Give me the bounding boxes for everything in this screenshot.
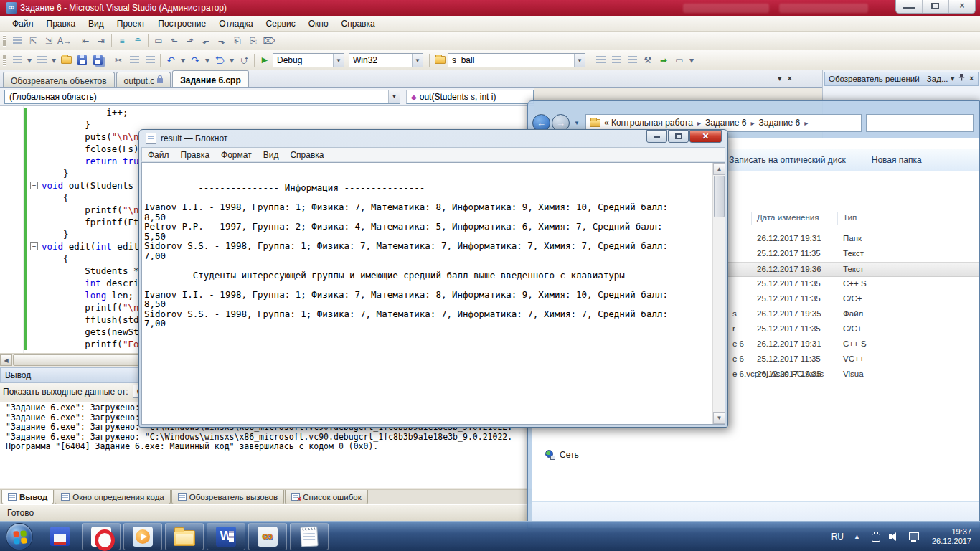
combo-dropdown-icon[interactable]: ▼ bbox=[388, 90, 400, 103]
breadcrumb-item-1[interactable]: Задание 6 bbox=[705, 118, 747, 128]
object-browser-icon[interactable] bbox=[625, 54, 639, 67]
solution-explorer-header[interactable]: Обозреватель решений - Зад... ▾ × bbox=[824, 72, 979, 86]
start-debugging-icon[interactable]: ▶ bbox=[258, 54, 272, 67]
column-date-modified[interactable]: Дата изменения bbox=[757, 213, 819, 222]
save-icon[interactable] bbox=[75, 54, 89, 67]
network-status-icon[interactable] bbox=[909, 532, 920, 542]
copy-icon[interactable] bbox=[127, 54, 141, 67]
uncomment-icon[interactable]: ≘ bbox=[131, 34, 145, 47]
comment-icon[interactable]: ≡ bbox=[115, 34, 129, 47]
start-button[interactable] bbox=[6, 523, 33, 550]
breadcrumb-separator-icon[interactable]: ▸ bbox=[804, 119, 808, 127]
cursor-icon[interactable]: ⇲ bbox=[42, 34, 56, 47]
navigate-backward-icon[interactable]: ⮌ bbox=[212, 54, 227, 67]
member-dropdown[interactable]: ◆ out(Students s, int i) bbox=[406, 90, 534, 104]
notepad-menu-4[interactable]: Справка bbox=[284, 149, 329, 161]
vs-close-button[interactable]: × bbox=[949, 0, 975, 13]
command-window-icon[interactable]: ▭ bbox=[672, 54, 687, 67]
panel-dropdown-icon[interactable]: ▾ bbox=[951, 72, 954, 85]
vs-menu-8[interactable]: Справка bbox=[335, 17, 382, 30]
properties-window-icon[interactable] bbox=[609, 54, 623, 67]
open-file-icon[interactable] bbox=[59, 54, 73, 67]
start-page-icon[interactable]: ➡ bbox=[656, 54, 671, 67]
solution-platform-combo[interactable]: Win32▼ bbox=[349, 53, 423, 67]
bookmark-doc1-icon[interactable]: ⎗ bbox=[230, 34, 245, 47]
vs-menu-1[interactable]: Правка bbox=[40, 17, 83, 30]
vs-restore-button[interactable] bbox=[923, 0, 949, 13]
word-wrap-icon[interactable]: A→ bbox=[57, 34, 72, 47]
toolbox-icon[interactable]: ⚒ bbox=[641, 54, 655, 67]
vs-bottom-tab-1[interactable]: Окно определения кода bbox=[55, 490, 171, 504]
vs-tab-1[interactable]: output.c bbox=[116, 72, 171, 87]
scroll-up-icon[interactable]: ▲ bbox=[713, 163, 725, 175]
vs-tab-0[interactable]: Обозреватель объектов bbox=[3, 72, 115, 87]
pin-icon[interactable] bbox=[958, 72, 965, 85]
find-in-files-icon[interactable] bbox=[433, 54, 447, 67]
redo-dropdown-icon[interactable]: ▾ bbox=[204, 54, 211, 67]
toolbar-overflow-icon[interactable]: ▾ bbox=[688, 54, 695, 67]
vs-menu-4[interactable]: Построение bbox=[151, 17, 212, 30]
prev-bookmark-icon[interactable]: ⬑ bbox=[167, 34, 182, 47]
panel-close-icon[interactable]: × bbox=[969, 72, 974, 85]
breadcrumb-item-2[interactable]: Задание 6 bbox=[759, 118, 801, 128]
navigate-icon[interactable]: ⇱ bbox=[26, 34, 40, 47]
notepad-minimize-button[interactable] bbox=[646, 130, 667, 143]
search-box[interactable] bbox=[866, 114, 974, 132]
clock[interactable]: 19:37 26.12.2017 bbox=[932, 527, 971, 546]
add-item-dropdown-icon[interactable]: ▾ bbox=[50, 54, 57, 67]
indent-decrease-icon[interactable]: ⇤ bbox=[78, 34, 93, 47]
paste-icon[interactable] bbox=[143, 54, 157, 67]
save-all-icon[interactable] bbox=[90, 54, 105, 67]
language-indicator[interactable]: RU bbox=[831, 532, 844, 542]
breadcrumb[interactable]: « Контрольная работа▸Задание 6▸Задание 6… bbox=[604, 118, 812, 128]
new-project-icon[interactable] bbox=[10, 54, 24, 67]
solution-explorer-icon[interactable] bbox=[593, 54, 608, 67]
recent-pages-dropdown-icon[interactable]: ▼ bbox=[574, 120, 580, 126]
scroll-down-icon[interactable]: ▼ bbox=[713, 412, 725, 424]
solution-configuration-combo[interactable]: Debug▼ bbox=[273, 53, 344, 67]
vs-tab-2[interactable]: Задание 6.cpp bbox=[172, 70, 248, 87]
power-icon[interactable] bbox=[872, 534, 880, 542]
breadcrumb-item-0[interactable]: Контрольная работа bbox=[611, 118, 693, 128]
vs-menu-0[interactable]: Файл bbox=[6, 17, 40, 30]
new-folder-button[interactable]: Новая папка bbox=[872, 155, 922, 165]
fold-collapse-icon[interactable]: − bbox=[30, 182, 38, 189]
notepad-titlebar[interactable]: result — Блокнот ✕ bbox=[139, 130, 727, 147]
navigate-dropdown-icon[interactable]: ▾ bbox=[228, 54, 235, 67]
bookmark-doc2-icon[interactable]: ⎘ bbox=[246, 34, 260, 47]
add-item-icon[interactable] bbox=[34, 54, 49, 67]
scrollbar-thumb[interactable] bbox=[714, 176, 725, 217]
tray-expand-icon[interactable]: ▲ bbox=[854, 533, 860, 540]
vs-menu-2[interactable]: Вид bbox=[82, 17, 110, 30]
vs-bottom-tab-3[interactable]: Список ошибок bbox=[285, 490, 368, 504]
vs-titlebar[interactable]: ∞ Задание 6 - Microsoft Visual Studio (А… bbox=[0, 0, 980, 16]
volume-icon[interactable] bbox=[889, 532, 900, 542]
taskbar-item-explorer[interactable] bbox=[165, 523, 204, 550]
notepad-close-button[interactable]: ✕ bbox=[689, 130, 722, 143]
bookmark-icon[interactable]: ▭ bbox=[151, 34, 166, 47]
notepad-menu-1[interactable]: Правка bbox=[175, 149, 216, 161]
taskbar-item-word[interactable]: W bbox=[207, 523, 245, 550]
navigate-forward-icon[interactable]: ⮍ bbox=[237, 54, 251, 67]
vs-menu-5[interactable]: Отладка bbox=[212, 17, 259, 30]
find-combo[interactable]: s_ball▼ bbox=[448, 53, 585, 67]
next-bookmark-folder-icon[interactable]: ⬎ bbox=[215, 34, 229, 47]
clear-bookmarks-icon[interactable]: ⌦ bbox=[262, 34, 276, 47]
burn-disc-button[interactable]: Записать на оптический диск bbox=[729, 155, 846, 165]
undo-icon[interactable]: ↶ bbox=[164, 54, 178, 67]
fold-collapse-icon[interactable]: − bbox=[30, 242, 38, 250]
vs-menu-7[interactable]: Окно bbox=[302, 17, 335, 30]
notepad-text[interactable]: --------------- Информация -------------… bbox=[144, 164, 712, 423]
prev-bookmark-folder-icon[interactable]: ⬐ bbox=[199, 34, 213, 47]
notepad-menu-2[interactable]: Формат bbox=[215, 149, 258, 161]
create-gui-table-icon[interactable] bbox=[10, 34, 24, 47]
code-line[interactable]: i++; bbox=[0, 106, 534, 118]
notepad-maximize-button[interactable] bbox=[668, 130, 689, 143]
close-document-icon[interactable]: × bbox=[788, 74, 792, 83]
scope-dropdown[interactable]: (Глобальная область) ▼ bbox=[4, 90, 400, 104]
toolbar-grip[interactable] bbox=[3, 35, 6, 47]
nav-item-network[interactable]: Сеть bbox=[545, 450, 579, 460]
new-project-dropdown-icon[interactable]: ▾ bbox=[26, 54, 33, 67]
notepad-menu-3[interactable]: Вид bbox=[258, 149, 285, 161]
taskbar-item-opera[interactable] bbox=[82, 523, 121, 550]
